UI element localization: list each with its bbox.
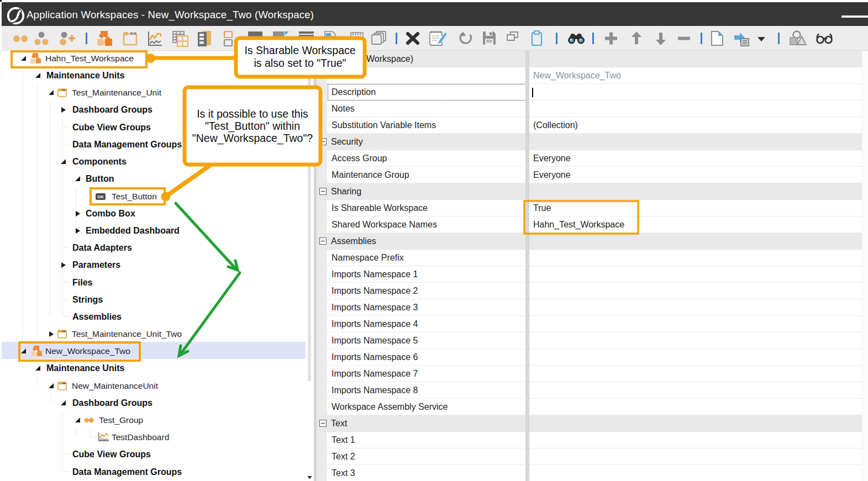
svg-text:OK: OK xyxy=(97,194,104,199)
